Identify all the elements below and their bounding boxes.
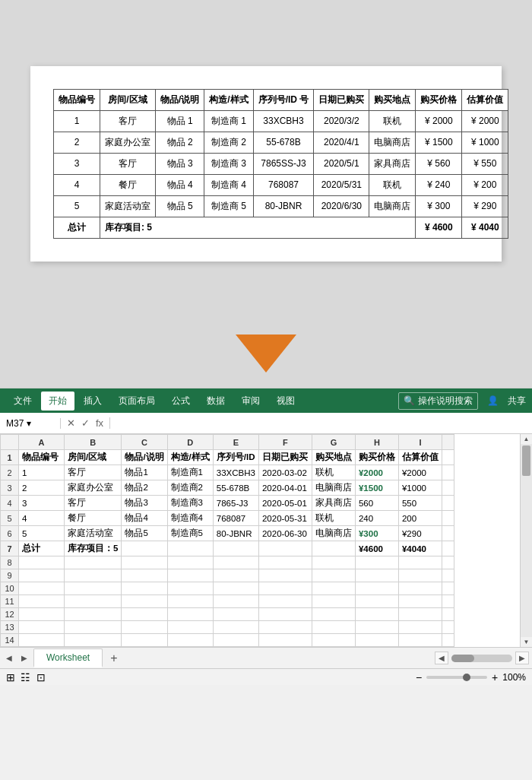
menu-page-layout[interactable]: 页面布局 (111, 392, 163, 411)
doc-data-row: 2家庭办公室物品 2制造商 255-678B2020/4/1电脑商店¥ 1500… (54, 132, 508, 153)
tab-scroll-area: ◀ ▶ (435, 652, 529, 664)
menu-home[interactable]: 开始 (41, 392, 74, 411)
col-header-a[interactable]: A (19, 435, 65, 450)
fx-icon[interactable]: fx (96, 417, 103, 429)
status-icons-right: − + 100% (416, 671, 526, 683)
cell-address: M37 (6, 418, 24, 429)
zoom-slider[interactable] (426, 676, 487, 679)
row-number: 6 (1, 526, 19, 541)
grid-table: A B C D E F G H I 1物品编号房间/区域物品/说明构造/样式序列… (0, 434, 454, 647)
col-header-g[interactable]: G (312, 435, 355, 450)
row-number: 7 (1, 541, 19, 556)
col-header-i[interactable]: I (398, 435, 442, 450)
table-row: 32家庭办公室物品2制造商255-678B2020-04-01电脑商店¥1500… (1, 480, 454, 496)
excel-wrapper: 文件 开始 插入 页面布局 公式 数据 审阅 视图 🔍 操作说明搜索 👤 共享 … (0, 388, 532, 685)
table-row: 1物品编号房间/区域物品/说明构造/样式序列号/ID日期已购买购买地点购买价格估… (1, 450, 454, 465)
doc-data-row: 1客厅物品 1制造商 133XCBH32020/3/2联机¥ 2000¥ 200… (54, 110, 508, 132)
doc-col-serial: 序列号/ID 号 (253, 89, 314, 110)
table-row: 9 (1, 569, 454, 582)
menu-insert[interactable]: 插入 (76, 392, 109, 411)
row-number: 13 (1, 621, 19, 634)
doc-col-date: 日期已购买 (314, 89, 369, 110)
zoom-plus[interactable]: + (492, 671, 498, 683)
scroll-down-button[interactable]: ▼ (522, 637, 531, 647)
row-number: 14 (1, 634, 19, 647)
table-row: 7总计库存项目：5¥4600¥4040 (1, 541, 454, 556)
row-number: 10 (1, 582, 19, 595)
search-label: 操作说明搜索 (418, 395, 473, 407)
tab-scroll-next[interactable]: ▶ (18, 652, 30, 664)
corner-cell (1, 435, 19, 450)
col-header-row: A B C D E F G H I (1, 435, 454, 450)
down-arrow-icon (236, 335, 296, 373)
hscroll-right[interactable]: ▶ (515, 652, 529, 664)
status-bar: ⊞ ☷ ⊡ − + 100% (0, 668, 532, 685)
doc-col-room: 房间/区域 (100, 89, 156, 110)
cancel-icon[interactable]: ✕ (67, 417, 75, 429)
formula-bar: M37 ▾ ✕ ✓ fx (0, 413, 532, 434)
doc-header-row: 物品编号 房间/区域 物品/说明 构造/样式 序列号/ID 号 日期已购买 购买… (54, 89, 508, 110)
arrow-section (0, 327, 532, 388)
confirm-icon[interactable]: ✓ (81, 417, 90, 429)
menu-formula[interactable]: 公式 (164, 392, 198, 411)
row-number: 4 (1, 496, 19, 511)
col-header-d[interactable]: D (167, 435, 213, 450)
table-row: 8 (1, 556, 454, 569)
table-row: 11 (1, 595, 454, 608)
paper-document: 物品编号 房间/区域 物品/说明 构造/样式 序列号/ID 号 日期已购买 购买… (30, 66, 502, 262)
doc-col-value: 估算价值 (462, 89, 508, 110)
menu-search-area: 🔍 操作说明搜索 👤 共享 (398, 392, 526, 410)
row-number: 12 (1, 608, 19, 621)
menu-view[interactable]: 视图 (269, 392, 302, 411)
share-label[interactable]: 共享 (508, 395, 526, 407)
row-number: 1 (1, 450, 19, 465)
table-row: 10 (1, 582, 454, 595)
table-row: 21客厅物品1制造商133XCBH32020-03-02联机¥2000¥2000 (1, 465, 454, 480)
col-header-e[interactable]: E (213, 435, 258, 450)
excel-menubar: 文件 开始 插入 页面布局 公式 数据 审阅 视图 🔍 操作说明搜索 👤 共享 (0, 388, 532, 413)
scroll-up-button[interactable]: ▲ (522, 434, 531, 444)
row-number: 3 (1, 480, 19, 496)
zoom-minus[interactable]: − (416, 671, 422, 683)
row-number: 8 (1, 556, 19, 569)
formula-icons: ✕ ✓ fx (61, 417, 110, 429)
scroll-thumb[interactable] (522, 445, 530, 476)
add-sheet-button[interactable]: + (106, 652, 122, 665)
table-row: 13 (1, 621, 454, 634)
col-header-c[interactable]: C (122, 435, 167, 450)
col-header-f[interactable]: F (258, 435, 312, 450)
search-box[interactable]: 🔍 操作说明搜索 (398, 392, 478, 410)
doc-col-item: 物品/说明 (156, 89, 204, 110)
search-icon: 🔍 (404, 395, 415, 406)
menu-review[interactable]: 审阅 (234, 392, 268, 411)
tab-scroll-prev[interactable]: ◀ (3, 652, 15, 664)
col-header-b[interactable]: B (65, 435, 122, 450)
menu-data[interactable]: 数据 (199, 392, 233, 411)
col-header-h[interactable]: H (355, 435, 398, 450)
doc-total-row: 总计库存项目: 5¥ 4600¥ 4040 (54, 217, 508, 238)
sheet-tab-worksheet[interactable]: Worksheet (33, 648, 103, 667)
doc-col-make: 构造/样式 (204, 89, 253, 110)
zoom-level: 100% (502, 672, 526, 683)
doc-col-store: 购买地点 (369, 89, 416, 110)
table-row: 65家庭活动室物品5制造商580-JBNR2020-06-30电脑商店¥300¥… (1, 526, 454, 541)
hscroll-left[interactable]: ◀ (435, 652, 448, 664)
user-icon: 👤 (487, 395, 499, 406)
tab-bar: ◀ ▶ Worksheet + ◀ ▶ (0, 647, 532, 668)
row-number: 5 (1, 511, 19, 526)
row-number: 2 (1, 465, 19, 480)
cell-name-box[interactable]: M37 ▾ (0, 418, 61, 429)
cell-dropdown-icon[interactable]: ▾ (27, 418, 31, 429)
row-number: 9 (1, 569, 19, 582)
table-row: 43客厅物品3制造商37865-J32020-05-01家具商店560550 (1, 496, 454, 511)
status-icons-left: ⊞ ☷ ⊡ (6, 671, 46, 683)
row-number: 11 (1, 595, 19, 608)
table-row: 12 (1, 608, 454, 621)
hscroll-bar[interactable] (451, 655, 512, 662)
hscroll-thumb[interactable] (451, 655, 474, 662)
menu-file[interactable]: 文件 (6, 392, 40, 411)
vertical-scrollbar[interactable]: ▲ ▼ (520, 434, 532, 647)
scroll-track[interactable] (521, 444, 532, 637)
doc-col-price: 购买价格 (416, 89, 462, 110)
zoom-thumb[interactable] (463, 674, 470, 681)
